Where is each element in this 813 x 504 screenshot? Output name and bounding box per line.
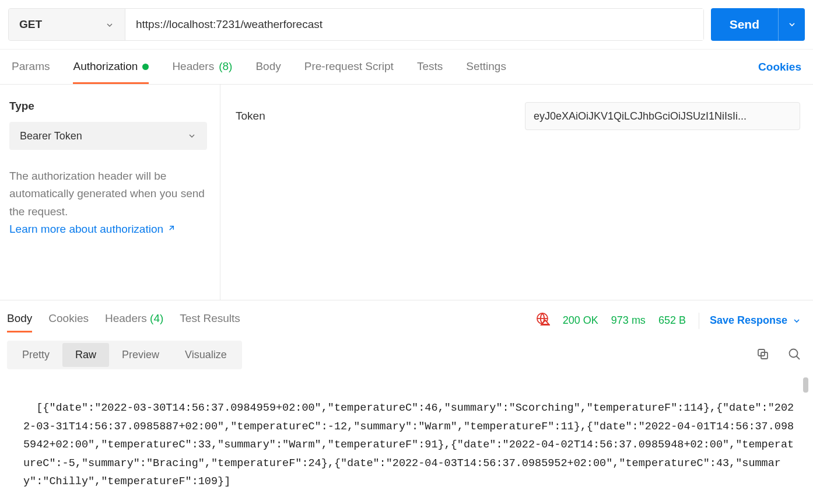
chevron-down-icon <box>187 131 197 141</box>
format-tab-preview[interactable]: Preview <box>109 343 172 367</box>
response-tab-headers[interactable]: Headers (4) <box>105 309 163 332</box>
auth-type-select[interactable]: Bearer Token <box>9 122 207 150</box>
response-tab-body[interactable]: Body <box>7 309 32 332</box>
auth-description: The authorization header will be automat… <box>9 167 207 220</box>
chevron-down-icon <box>105 20 114 29</box>
tab-authorization[interactable]: Authorization <box>73 50 149 84</box>
authorization-panel: Type Bearer Token The authorization head… <box>0 85 813 300</box>
svg-line-4 <box>797 356 800 360</box>
tab-body[interactable]: Body <box>255 50 281 84</box>
chevron-down-icon <box>792 316 801 326</box>
send-button-group: Send <box>711 8 805 41</box>
request-tabs: Params Authorization Headers (8) Body Pr… <box>12 50 506 84</box>
response-format-row: Pretty Raw Preview Visualize <box>0 337 813 373</box>
token-label: Token <box>236 110 276 123</box>
auth-type-value: Bearer Token <box>20 130 82 142</box>
external-link-icon <box>167 223 176 236</box>
save-response-button[interactable]: Save Response <box>699 313 801 329</box>
status-dot-icon <box>142 64 149 70</box>
response-tab-headers-count: (4) <box>150 312 163 324</box>
tab-headers-count: (8) <box>219 60 232 73</box>
http-method-value: GET <box>19 18 42 31</box>
response-tabs: Body Cookies Headers (4) Test Results <box>7 309 240 332</box>
response-tab-headers-label: Headers <box>105 312 147 324</box>
auth-config-area: Token <box>220 85 813 300</box>
request-url-input[interactable] <box>125 9 703 40</box>
response-tab-test-results[interactable]: Test Results <box>180 309 240 332</box>
copy-icon[interactable] <box>756 347 770 363</box>
response-time: 973 ms <box>611 314 646 327</box>
search-icon[interactable] <box>787 347 801 363</box>
tab-authorization-label: Authorization <box>73 60 138 73</box>
response-status: 200 OK <box>563 314 598 327</box>
tab-prerequest-script[interactable]: Pre-request Script <box>304 50 394 84</box>
network-warning-icon[interactable] <box>536 312 550 329</box>
auth-type-sidebar: Type Bearer Token The authorization head… <box>0 85 220 300</box>
token-row: Token <box>236 102 800 130</box>
http-method-select[interactable]: GET <box>9 9 125 40</box>
save-response-label: Save Response <box>710 314 787 327</box>
response-size: 652 B <box>658 314 686 327</box>
tab-tests[interactable]: Tests <box>417 50 443 84</box>
request-tabs-row: Params Authorization Headers (8) Body Pr… <box>0 50 813 85</box>
tab-params[interactable]: Params <box>12 50 50 84</box>
request-bar: GET Send <box>0 0 813 50</box>
learn-more-label: Learn more about authorization <box>9 223 163 236</box>
method-url-group: GET <box>8 8 704 41</box>
send-dropdown-button[interactable] <box>778 8 805 41</box>
format-tab-pretty[interactable]: Pretty <box>9 343 62 367</box>
svg-point-3 <box>790 349 798 358</box>
learn-more-link[interactable]: Learn more about authorization <box>9 223 176 236</box>
response-tabs-row: Body Cookies Headers (4) Test Results 20… <box>0 300 813 337</box>
response-body-text: [{"date":"2022-03-30T14:56:37.0984959+02… <box>23 402 794 488</box>
response-format-actions <box>756 347 801 363</box>
send-button[interactable]: Send <box>711 8 778 41</box>
response-body[interactable]: [{"date":"2022-03-30T14:56:37.0984959+02… <box>0 373 813 504</box>
cookies-link[interactable]: Cookies <box>758 61 801 74</box>
tab-headers[interactable]: Headers (8) <box>172 50 232 84</box>
format-tab-visualize[interactable]: Visualize <box>172 343 240 367</box>
token-input[interactable] <box>525 102 800 130</box>
chevron-down-icon <box>787 20 797 29</box>
scrollbar-thumb[interactable] <box>803 377 808 393</box>
response-meta: 200 OK 973 ms 652 B Save Response <box>536 312 801 329</box>
tab-headers-label: Headers <box>172 60 214 73</box>
format-tab-raw[interactable]: Raw <box>62 343 109 367</box>
response-tab-cookies[interactable]: Cookies <box>48 309 89 332</box>
tab-settings[interactable]: Settings <box>466 50 506 84</box>
response-format-tabs: Pretty Raw Preview Visualize <box>7 341 242 369</box>
auth-type-heading: Type <box>9 100 207 113</box>
